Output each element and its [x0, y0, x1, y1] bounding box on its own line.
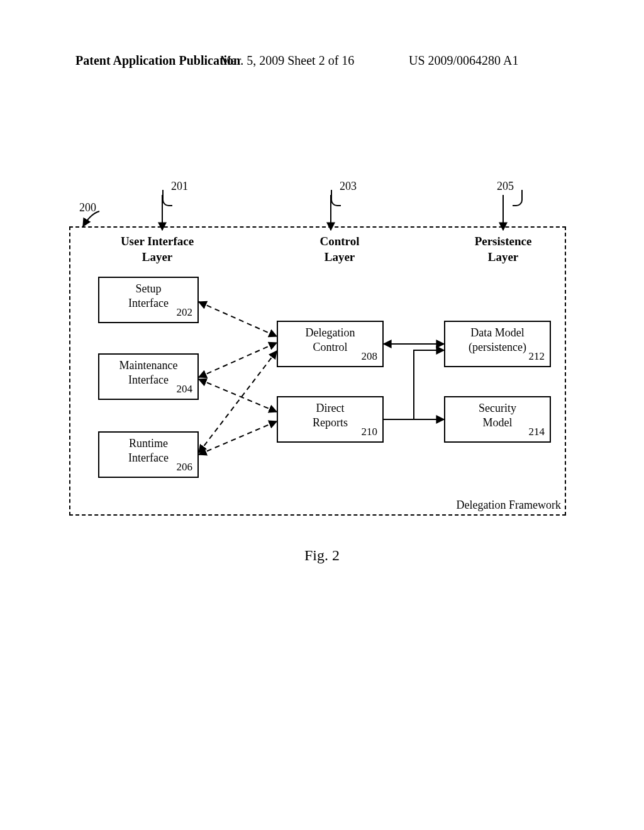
box-setup-interface: SetupInterface 202	[98, 277, 199, 323]
ref-203: 203	[340, 180, 357, 193]
box-label: DelegationControl	[306, 326, 355, 353]
ref-201: 201	[171, 180, 188, 193]
box-label: SecurityModel	[479, 402, 516, 429]
ref-200: 200	[79, 201, 96, 214]
box-label: Data Model(persistence)	[469, 326, 526, 353]
box-maintenance-interface: MaintenanceInterface 204	[98, 353, 199, 400]
layer-title-ui: User InterfaceLayer	[94, 234, 220, 265]
box-num: 208	[362, 350, 378, 363]
layer-title-persistence: PersistenceLayer	[440, 234, 566, 265]
box-delegation-control: DelegationControl 208	[277, 321, 384, 367]
box-label: MaintenanceInterface	[119, 359, 178, 386]
figure-caption: Fig. 2	[0, 547, 644, 564]
box-label: SetupInterface	[128, 282, 169, 309]
header-center: Mar. 5, 2009 Sheet 2 of 16	[220, 53, 354, 68]
box-label: RuntimeInterface	[128, 437, 169, 464]
framework-label: Delegation Framework	[457, 499, 561, 512]
header-left: Patent Application Publication	[75, 53, 240, 68]
box-data-model: Data Model(persistence) 212	[444, 321, 551, 367]
box-label: DirectReports	[313, 402, 348, 429]
box-direct-reports: DirectReports 210	[277, 396, 384, 443]
box-num: 214	[529, 425, 545, 439]
box-num: 202	[177, 306, 193, 319]
box-num: 210	[362, 425, 378, 439]
page: Patent Application Publication Mar. 5, 2…	[0, 0, 644, 830]
layer-title-control: ControlLayer	[277, 234, 402, 265]
box-num: 206	[177, 460, 193, 474]
box-num: 212	[529, 350, 545, 363]
box-num: 204	[177, 382, 193, 396]
box-security-model: SecurityModel 214	[444, 396, 551, 443]
diagram: 201 203 205 200 Delegation Framework Use…	[69, 195, 566, 516]
box-runtime-interface: RuntimeInterface 206	[98, 431, 199, 478]
ref-205: 205	[497, 180, 514, 193]
header-right: US 2009/0064280 A1	[409, 53, 518, 68]
